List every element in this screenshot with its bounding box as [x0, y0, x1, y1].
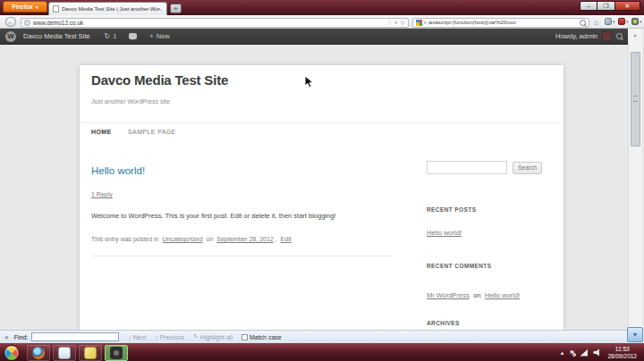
- back-button[interactable]: ←: [5, 17, 16, 27]
- search-engine-dropdown-icon[interactable]: ▾: [424, 19, 427, 27]
- window-controls: – ❐ ✕: [580, 1, 640, 11]
- home-button[interactable]: ⌂: [594, 17, 598, 28]
- meta-on: on: [207, 236, 214, 242]
- findbar-close-icon[interactable]: ×: [4, 333, 9, 341]
- comment-author-link[interactable]: Mr WordPress: [427, 291, 470, 299]
- sidebar-search-button[interactable]: Search: [513, 162, 542, 174]
- chevron-down-icon: ▾: [36, 4, 38, 10]
- meta-period: .: [275, 236, 277, 242]
- windows-taskbar: ▴ ⚑ 11:53 28/09/2012: [0, 343, 644, 361]
- highlight-all-button[interactable]: ✎ Highlight all: [193, 333, 233, 340]
- scrollbar-thumb[interactable]: [631, 52, 640, 147]
- chevron-down-icon[interactable]: ▾: [640, 19, 642, 24]
- meta-prefix: This entry was posted in: [91, 236, 158, 242]
- adminbar-updates[interactable]: ↻ 1: [104, 32, 116, 40]
- edit-link[interactable]: Edit: [281, 236, 292, 242]
- avatar[interactable]: [602, 31, 612, 41]
- globe-extension-icon[interactable]: [631, 18, 639, 25]
- adminbar-new-button[interactable]: + New: [149, 32, 169, 40]
- chevron-down-icon[interactable]: ▾: [613, 19, 615, 24]
- new-tab-button[interactable]: +: [170, 4, 182, 13]
- new-label: New: [157, 32, 170, 40]
- find-input[interactable]: [31, 332, 119, 341]
- scrollbar-down-button[interactable]: ▾: [627, 327, 643, 342]
- firefox-menu-button[interactable]: Firefox ▾: [3, 1, 47, 13]
- scrollbar-up-button[interactable]: ▴: [628, 29, 642, 41]
- plus-icon: +: [149, 32, 153, 40]
- reply-count-link[interactable]: 1 Reply: [91, 191, 113, 197]
- url-text[interactable]: www.demo12.co.uk: [33, 20, 384, 26]
- extension-button-1[interactable]: ▾: [605, 18, 615, 25]
- search-go-icon[interactable]: [580, 20, 586, 26]
- recent-comments-heading: RECENT COMMENTS: [427, 263, 491, 269]
- browser-window: Firefox ▾ Davco Media Test Site | Just a…: [0, 0, 644, 361]
- post-divider: [91, 256, 392, 256]
- find-next-label: Next: [133, 334, 146, 340]
- extension-button-3[interactable]: ▾: [631, 18, 642, 25]
- adminbar-account: Howdy, admin: [555, 31, 628, 41]
- sidebar-search-input[interactable]: [427, 161, 507, 174]
- adminbar-comments[interactable]: [129, 33, 137, 39]
- howdy-text[interactable]: Howdy, admin: [555, 32, 597, 40]
- hidden-icons-button[interactable]: ▴: [561, 349, 564, 357]
- find-previous-button[interactable]: ↑ Previous: [155, 334, 184, 340]
- taskbar-clock[interactable]: 11:53 28/09/2012: [607, 346, 640, 360]
- site-identity-icon: [24, 20, 30, 26]
- search-bar[interactable]: ▾ javascript:(function(host){var%20root: [412, 18, 589, 28]
- network-icon[interactable]: [580, 349, 588, 357]
- find-previous-label: Previous: [160, 334, 184, 340]
- firefox-menu-label: Firefox: [13, 4, 33, 10]
- down-arrow-icon: ↓: [128, 334, 131, 340]
- bookmark-star-icon[interactable]: ☆: [386, 19, 392, 27]
- taskbar-item-recorder[interactable]: [105, 345, 128, 361]
- reload-icon[interactable]: ↻: [400, 19, 405, 27]
- date-link[interactable]: September 28, 2012: [216, 236, 273, 242]
- wordpress-admin-bar: W Davco Media Test Site ↻ 1 + New Howdy,…: [0, 29, 628, 45]
- adminbar-search-icon[interactable]: [616, 33, 623, 39]
- browser-tab[interactable]: Davco Media Test Site | Just another Wor…: [48, 2, 167, 15]
- adminbar-site-name[interactable]: Davco Media Test Site: [23, 32, 89, 40]
- wordpress-logo-icon[interactable]: W: [5, 31, 16, 42]
- highlighter-icon: ✎: [193, 333, 199, 340]
- url-dropdown-icon[interactable]: ▾: [395, 19, 398, 27]
- recent-post-link[interactable]: Hello world!: [427, 229, 462, 237]
- nav-item-sample-page[interactable]: SAMPLE PAGE: [128, 129, 176, 135]
- post-title-link[interactable]: Hello world!: [91, 165, 145, 176]
- post-body: Welcome to WordPress. This is your first…: [91, 212, 406, 221]
- extension-button-2[interactable]: ▾: [618, 18, 629, 25]
- volume-icon[interactable]: [593, 348, 602, 357]
- comment-post-link[interactable]: Hello world!: [485, 291, 520, 299]
- minimize-button[interactable]: –: [580, 1, 597, 11]
- taskbar-item-firefox[interactable]: [27, 345, 50, 361]
- search-input-value[interactable]: javascript:(function(host){var%20root: [428, 20, 578, 25]
- site-title[interactable]: Davco Media Test Site: [91, 72, 228, 88]
- taskbar-item-notes[interactable]: [53, 345, 76, 361]
- updates-icon: ↻: [104, 32, 110, 40]
- red-extension-icon[interactable]: [618, 18, 625, 25]
- update-count: 1: [113, 32, 116, 40]
- match-case-checkbox[interactable]: [242, 334, 248, 340]
- find-next-button[interactable]: ↓ Next: [128, 334, 146, 340]
- close-button[interactable]: ✕: [615, 1, 640, 11]
- system-tray: ▴ ⚑ 11:53 28/09/2012: [561, 346, 644, 360]
- taskbar-item-sticky-notes[interactable]: [79, 345, 102, 361]
- tab-title: Davco Media Test Site | Just another Wor…: [62, 6, 163, 12]
- action-center-icon[interactable]: ⚑: [569, 349, 574, 357]
- site-page: Davco Media Test Site Just another WordP…: [80, 65, 564, 330]
- start-button[interactable]: [4, 345, 20, 361]
- page-viewport: W Davco Media Test Site ↻ 1 + New Howdy,…: [0, 29, 628, 330]
- highlight-all-label: Highlight all: [200, 334, 233, 340]
- nav-divider: [80, 122, 564, 123]
- nav-item-home[interactable]: HOME: [91, 129, 112, 135]
- search-engine-icon[interactable]: [416, 20, 422, 26]
- up-arrow-icon: ↑: [155, 334, 158, 340]
- maximize-button[interactable]: ❐: [597, 1, 615, 11]
- comments-icon: [129, 33, 137, 39]
- screenshot-extension-icon[interactable]: [605, 18, 612, 25]
- clock-time: 11:53: [615, 346, 630, 352]
- match-case-toggle[interactable]: Match case: [242, 334, 282, 340]
- chevron-down-icon[interactable]: ▾: [626, 19, 629, 24]
- match-case-label: Match case: [250, 334, 282, 340]
- category-link[interactable]: Uncategorized: [162, 236, 202, 242]
- url-bar[interactable]: www.demo12.co.uk ☆ ▾ ↻: [21, 18, 409, 28]
